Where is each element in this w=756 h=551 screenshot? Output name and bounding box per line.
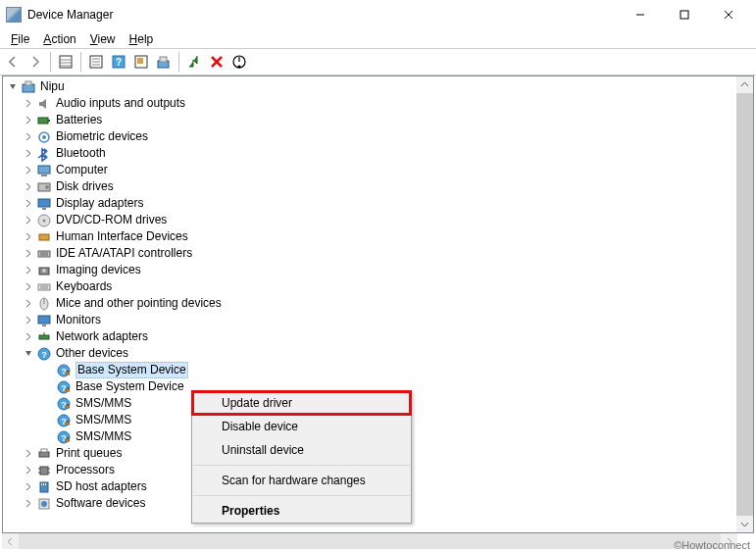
svg-rect-68 [41,449,47,452]
expand-icon[interactable] [23,248,34,260]
tree-category[interactable]: Imaging devices [5,262,751,278]
scroll-thumb[interactable] [736,93,753,516]
tree-item-label: SMS/MMS [76,396,131,411]
tree-category[interactable]: Disk drives [5,178,751,195]
scroll-left-arrow[interactable] [2,533,19,550]
expand-icon[interactable] [23,148,34,160]
context-disable-device[interactable]: Disable device [192,415,411,438]
expand-icon[interactable] [23,481,34,493]
tree-category[interactable]: Network adapters [5,328,751,345]
toolbar-separator [178,52,179,72]
expand-icon[interactable] [42,398,54,410]
tree-category[interactable]: Audio inputs and outputs [5,95,751,112]
update-driver-button[interactable] [153,51,175,73]
expand-icon[interactable] [42,365,54,376]
properties-button[interactable] [85,51,107,73]
expand-icon[interactable] [23,198,34,210]
svg-point-40 [42,269,46,273]
tree-category[interactable]: Batteries [5,112,751,128]
forward-button[interactable] [25,51,46,73]
vertical-scrollbar[interactable] [736,76,753,532]
app-icon [6,7,22,23]
tree-category[interactable]: Biometric devices [5,128,751,145]
horizontal-scrollbar[interactable] [2,533,737,549]
context-properties[interactable]: Properties [192,499,411,523]
menu-file[interactable]: File [4,31,36,47]
expand-icon[interactable] [23,131,34,143]
expand-icon[interactable] [7,81,19,93]
expand-icon[interactable] [23,165,34,176]
tree-category[interactable]: Keyboards [5,278,751,295]
tree-item-label: Processors [56,463,115,477]
help-button[interactable]: ? [108,51,129,73]
expand-icon[interactable] [23,465,34,476]
tree-root[interactable]: Nipu [5,78,751,95]
expand-icon[interactable] [23,315,34,326]
svg-rect-17 [160,57,167,62]
tree-category[interactable]: Mice and other pointing devices [5,295,751,312]
svg-rect-24 [48,120,50,122]
svg-rect-23 [38,118,48,124]
tree-category[interactable]: IDE ATA/ATAPI controllers [5,245,751,262]
tree-category[interactable]: Human Interface Devices [5,228,751,245]
svg-rect-36 [38,251,50,257]
expand-icon[interactable] [42,381,54,393]
uninstall-device-button[interactable] [206,51,227,73]
svg-point-34 [43,219,46,222]
tree-item-label: Batteries [56,113,102,127]
expand-icon[interactable] [23,231,34,243]
disable-device-button[interactable] [228,51,250,73]
context-uninstall-device[interactable]: Uninstall device [192,438,411,462]
expand-icon[interactable] [23,98,34,110]
expand-icon[interactable] [23,115,34,126]
svg-point-79 [41,501,47,507]
tree-item-label: Software devices [56,496,145,511]
context-separator [193,465,410,466]
tree-category[interactable]: DVD/CD-ROM drives [5,212,751,228]
tree-item-label: Audio inputs and outputs [56,96,185,111]
context-menu: Update driver Disable device Uninstall d… [191,390,412,524]
tree-category[interactable]: Computer [5,162,751,178]
context-scan-hardware[interactable]: Scan for hardware changes [192,469,411,492]
maximize-button[interactable] [662,1,706,29]
expand-icon[interactable] [42,431,54,443]
menu-view[interactable]: View [83,31,123,47]
tree-item-label: SMS/MMS [76,429,131,444]
scroll-up-arrow[interactable] [736,76,753,93]
tree-item-label: Nipu [40,79,65,94]
tree-item-label: Monitors [56,313,101,327]
svg-rect-46 [38,316,50,324]
svg-rect-27 [38,166,50,174]
context-update-driver[interactable]: Update driver [192,391,411,415]
scroll-down-arrow[interactable] [736,516,753,532]
tree-device-item[interactable]: ?!Base System Device [5,362,751,378]
expand-icon[interactable] [23,281,34,293]
expand-icon[interactable] [23,348,34,360]
tree-category-other-devices[interactable]: ?Other devices [5,345,751,362]
scan-hardware-button[interactable] [130,51,152,73]
watermark: ©Howtoconnect [674,539,750,551]
menu-action[interactable]: Action [36,31,82,47]
svg-rect-32 [42,208,46,210]
minimize-button[interactable] [618,1,662,29]
tree-category[interactable]: Bluetooth [5,145,751,162]
tree-item-label: SMS/MMS [76,413,131,427]
tree-item-label: Biometric devices [56,129,148,144]
expand-icon[interactable] [23,498,34,510]
tree-item-label: Base System Device [76,379,184,394]
enable-device-button[interactable] [183,51,205,73]
expand-icon[interactable] [23,265,34,276]
back-button[interactable] [2,51,24,73]
expand-icon[interactable] [42,415,54,426]
expand-icon[interactable] [23,298,34,310]
scroll-track[interactable] [19,533,721,549]
expand-icon[interactable] [23,181,34,193]
expand-icon[interactable] [23,448,34,460]
tree-category[interactable]: Display adapters [5,195,751,212]
expand-icon[interactable] [23,215,34,226]
close-button[interactable] [706,1,750,29]
tree-category[interactable]: Monitors [5,312,751,328]
menu-help[interactable]: Help [123,31,161,47]
expand-icon[interactable] [23,331,34,343]
show-hide-tree-button[interactable] [55,51,76,73]
